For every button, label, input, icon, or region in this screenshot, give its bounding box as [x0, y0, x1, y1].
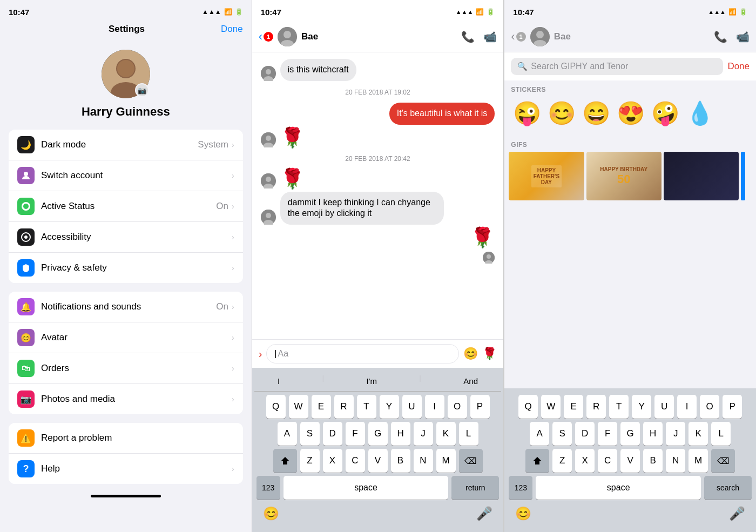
key-j[interactable]: J — [414, 422, 433, 446]
key3-b[interactable]: B — [643, 449, 663, 473]
key-c[interactable]: C — [346, 449, 365, 473]
sticker-6[interactable]: 💧 — [684, 97, 716, 129]
key-d[interactable]: D — [323, 422, 342, 446]
key3-d[interactable]: D — [575, 422, 595, 446]
key-m[interactable]: M — [436, 449, 456, 473]
emoji-picker-button[interactable]: 😊 — [263, 506, 279, 521]
suggestion-2[interactable]: I'm — [362, 374, 381, 388]
space-key-3[interactable]: space — [536, 476, 701, 500]
mic-button-3[interactable]: 🎤 — [729, 506, 745, 521]
key3-w[interactable]: W — [541, 395, 561, 419]
key3-m[interactable]: M — [688, 449, 708, 473]
shift-key[interactable] — [273, 449, 297, 473]
avatar-container[interactable]: 📷 — [102, 50, 150, 98]
key-l[interactable]: L — [459, 422, 478, 446]
settings-item-report[interactable]: ⚠️ Report a problem — [9, 423, 243, 454]
chat-contact-avatar[interactable] — [278, 27, 297, 46]
key3-j[interactable]: J — [666, 422, 685, 446]
key3-x[interactable]: X — [575, 449, 595, 473]
settings-item-active-status[interactable]: Active Status On › — [9, 191, 243, 222]
key3-s[interactable]: S — [552, 422, 572, 446]
settings-item-notifications[interactable]: 🔔 Notifications and sounds On › — [9, 292, 243, 322]
settings-item-dark-mode[interactable]: 🌙 Dark mode System › — [9, 130, 243, 160]
phone-call-button-3[interactable]: 📞 — [714, 30, 727, 43]
emoji-button[interactable]: 😊 — [463, 347, 478, 361]
settings-item-avatar[interactable]: 😊 Avatar › — [9, 322, 243, 353]
key-n[interactable]: N — [414, 449, 433, 473]
key3-g[interactable]: G — [620, 422, 640, 446]
gif-item-3[interactable] — [664, 152, 739, 200]
shift-key-3[interactable] — [525, 449, 549, 473]
gif-item-2[interactable]: HAPPY BIRTHDAY50 — [586, 152, 662, 200]
key-s[interactable]: S — [300, 422, 320, 446]
camera-badge[interactable]: 📷 — [135, 83, 149, 97]
settings-item-orders[interactable]: 🛍 Orders › — [9, 353, 243, 384]
giphy-done-button[interactable]: Done — [727, 61, 750, 72]
key3-n[interactable]: N — [666, 449, 685, 473]
key3-u[interactable]: U — [654, 395, 674, 419]
key3-h[interactable]: H — [643, 422, 663, 446]
video-call-button[interactable]: 📹 — [483, 30, 497, 43]
key3-o[interactable]: O — [700, 395, 719, 419]
key3-p[interactable]: P — [723, 395, 742, 419]
settings-done-button[interactable]: Done — [221, 24, 243, 35]
settings-item-photos[interactable]: 📷 Photos and media › — [9, 384, 243, 414]
key3-z[interactable]: Z — [552, 449, 572, 473]
key-w[interactable]: W — [289, 395, 308, 419]
sticker-4[interactable]: 😍 — [615, 97, 647, 129]
sticker-5[interactable]: 🤪 — [649, 97, 681, 129]
key3-123[interactable]: 123 — [509, 476, 532, 500]
expand-button[interactable]: › — [259, 348, 262, 360]
key3-c[interactable]: C — [598, 449, 617, 473]
emoji-picker-button-3[interactable]: 😊 — [515, 506, 531, 521]
rose-button[interactable]: 🌹 — [482, 347, 497, 361]
message-input[interactable]: | Aa — [266, 344, 459, 363]
key3-e[interactable]: E — [564, 395, 583, 419]
sticker-3[interactable]: 😄 — [580, 97, 612, 129]
key3-q[interactable]: Q — [518, 395, 538, 419]
sticker-2[interactable]: 😊 — [545, 97, 578, 129]
settings-item-privacy[interactable]: Privacy & safety › — [9, 253, 243, 283]
back-button[interactable]: ‹ 1 — [259, 30, 273, 44]
video-call-button-3[interactable]: 📹 — [736, 30, 750, 43]
chat-contact-avatar-3[interactable] — [530, 27, 550, 46]
settings-item-accessibility[interactable]: Accessibility › — [9, 222, 243, 253]
key3-k[interactable]: K — [688, 422, 708, 446]
gif-item-1[interactable]: HAPPYFATHER'SDAY — [509, 152, 584, 200]
key-o[interactable]: O — [448, 395, 467, 419]
key-k[interactable]: K — [436, 422, 456, 446]
key-i[interactable]: I — [425, 395, 444, 419]
key-x[interactable]: X — [323, 449, 342, 473]
key-q[interactable]: Q — [266, 395, 286, 419]
key3-f[interactable]: F — [598, 422, 617, 446]
key3-y[interactable]: Y — [632, 395, 651, 419]
key-t[interactable]: T — [357, 395, 376, 419]
key3-r[interactable]: R — [586, 395, 606, 419]
mic-button[interactable]: 🎤 — [476, 506, 492, 521]
key-r[interactable]: R — [334, 395, 354, 419]
delete-key[interactable]: ⌫ — [459, 449, 483, 473]
key3-a[interactable]: A — [530, 422, 549, 446]
settings-item-help[interactable]: ? Help › — [9, 454, 243, 484]
key-z[interactable]: Z — [300, 449, 320, 473]
key3-l[interactable]: L — [711, 422, 731, 446]
key-f[interactable]: F — [346, 422, 365, 446]
key-u[interactable]: U — [402, 395, 422, 419]
key-e[interactable]: E — [312, 395, 331, 419]
search-key[interactable]: search — [704, 476, 752, 500]
key-123[interactable]: 123 — [256, 476, 280, 500]
phone-call-button[interactable]: 📞 — [461, 30, 475, 43]
key-y[interactable]: Y — [380, 395, 399, 419]
key3-i[interactable]: I — [677, 395, 697, 419]
chat-contact-name[interactable]: Bae — [301, 31, 457, 42]
sticker-1[interactable]: 😜 — [511, 97, 543, 129]
key3-t[interactable]: T — [609, 395, 629, 419]
key-v[interactable]: V — [368, 449, 388, 473]
giphy-search-bar[interactable]: 🔍 Search GIPHY and Tenor — [511, 58, 723, 75]
settings-item-switch-account[interactable]: Switch account › — [9, 160, 243, 191]
delete-key-3[interactable]: ⌫ — [711, 449, 735, 473]
return-key[interactable]: return — [451, 476, 499, 500]
key-a[interactable]: A — [278, 422, 297, 446]
key-b[interactable]: B — [391, 449, 410, 473]
back-button-3[interactable]: ‹ 1 — [511, 30, 525, 44]
